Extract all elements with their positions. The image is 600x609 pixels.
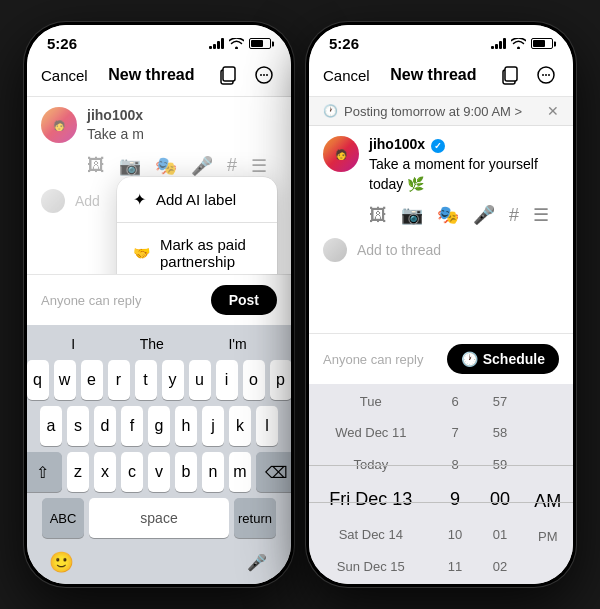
key-return[interactable]: return xyxy=(234,498,276,538)
key-u[interactable]: u xyxy=(189,360,211,400)
key-delete[interactable]: ⌫ xyxy=(256,452,291,492)
picker-ampm-col[interactable]: AM PM xyxy=(522,384,573,584)
paid-text: Mark as paid partnership xyxy=(160,236,261,270)
key-m[interactable]: m xyxy=(229,452,251,492)
key-abc[interactable]: ABC xyxy=(42,498,84,538)
paid-partnership-item[interactable]: 🤝 Mark as paid partnership xyxy=(117,223,277,274)
picker-min-59[interactable]: 59 xyxy=(478,449,523,481)
picker-day-sun[interactable]: Sun Dec 15 xyxy=(309,551,433,583)
battery-icon-1 xyxy=(249,38,271,49)
reply-placeholder-1: Anyone can reply xyxy=(41,293,141,308)
key-x[interactable]: x xyxy=(94,452,116,492)
hashtag-icon-2[interactable]: # xyxy=(509,205,519,226)
picker-hour-10[interactable]: 10 xyxy=(433,519,478,551)
username-2: jiho100x ✓ xyxy=(369,136,559,153)
key-y[interactable]: y xyxy=(162,360,184,400)
image-icon-2[interactable]: 🖼 xyxy=(369,205,387,226)
key-i[interactable]: i xyxy=(216,360,238,400)
picker-min-03[interactable]: 03 xyxy=(478,582,523,584)
schedule-button-label: Schedule xyxy=(483,351,545,367)
picker-hour-col[interactable]: 5 6 7 8 9 10 11 12 xyxy=(433,384,478,584)
nav-icons-2 xyxy=(497,62,559,88)
picker-day-fri[interactable]: Fri Dec 13 xyxy=(309,480,433,519)
key-k[interactable]: k xyxy=(229,406,251,446)
key-o[interactable]: o xyxy=(243,360,265,400)
cancel-button-1[interactable]: Cancel xyxy=(41,67,88,84)
schedule-banner[interactable]: 🕐 Posting tomorrow at 9:00 AM > ✕ xyxy=(309,97,573,126)
suggestion-3[interactable]: I'm xyxy=(220,334,254,354)
key-a[interactable]: a xyxy=(40,406,62,446)
mic-key-1[interactable]: 🎤 xyxy=(239,544,275,580)
ai-label-item[interactable]: ✦ Add AI label xyxy=(117,177,277,223)
key-z[interactable]: z xyxy=(67,452,89,492)
picker-hour-11[interactable]: 11 xyxy=(433,551,478,583)
keyboard-1[interactable]: I The I'm q w e r t y u i o p a xyxy=(27,325,291,584)
key-d[interactable]: d xyxy=(94,406,116,446)
key-space[interactable]: space xyxy=(89,498,229,538)
ai-label-icon: ✦ xyxy=(133,190,146,209)
more-options-icon-2[interactable]: ☰ xyxy=(533,204,549,226)
duplicate-icon-2[interactable] xyxy=(497,62,523,88)
picker-minute-col[interactable]: 55 57 58 59 00 01 02 03 xyxy=(478,384,523,584)
picker-day-mon2[interactable]: Mon Dec 16 xyxy=(309,582,433,584)
paid-icon: 🤝 xyxy=(133,245,150,261)
mic-icon-2[interactable]: 🎤 xyxy=(473,204,495,226)
more-icon-2[interactable] xyxy=(533,62,559,88)
picker-hour-6[interactable]: 6 xyxy=(433,386,478,418)
key-shift[interactable]: ⇧ xyxy=(27,452,62,492)
picker-pm[interactable]: PM xyxy=(522,521,573,553)
key-n[interactable]: n xyxy=(202,452,224,492)
picker-day-col[interactable]: Mon Tue Wed Dec 11 Today Fri Dec 13 Sat … xyxy=(309,384,433,584)
more-icon-1[interactable] xyxy=(251,62,277,88)
key-p[interactable]: p xyxy=(270,360,292,400)
key-w[interactable]: w xyxy=(54,360,76,400)
key-l[interactable]: l xyxy=(256,406,278,446)
picker-min-01[interactable]: 01 xyxy=(478,519,523,551)
key-q[interactable]: q xyxy=(27,360,49,400)
add-text-2[interactable]: Add to thread xyxy=(357,242,441,258)
key-g[interactable]: g xyxy=(148,406,170,446)
picker-hour-9[interactable]: 9 xyxy=(433,480,478,519)
date-picker[interactable]: Mon Tue Wed Dec 11 Today Fri Dec 13 Sat … xyxy=(309,384,573,584)
key-s[interactable]: s xyxy=(67,406,89,446)
toolbar-row-2: 🖼 📷 🎭 🎤 # ☰ xyxy=(309,200,573,230)
key-e[interactable]: e xyxy=(81,360,103,400)
cancel-button-2[interactable]: Cancel xyxy=(323,67,370,84)
gif-icon-2[interactable]: 🎭 xyxy=(437,204,459,226)
duplicate-icon-1[interactable] xyxy=(215,62,241,88)
key-c[interactable]: c xyxy=(121,452,143,492)
reply-bar-2: Anyone can reply 🕐 Schedule xyxy=(309,333,573,384)
picker-day-sat[interactable]: Sat Dec 14 xyxy=(309,519,433,551)
emoji-key-1[interactable]: 🙂 xyxy=(43,544,79,580)
key-f[interactable]: f xyxy=(121,406,143,446)
picker-am[interactable]: AM xyxy=(522,482,573,521)
picker-min-57[interactable]: 57 xyxy=(478,386,523,418)
phone-2: 5:26 xyxy=(306,22,576,587)
key-h[interactable]: h xyxy=(175,406,197,446)
post-text-2[interactable]: Take a moment for yourself today 🌿 xyxy=(369,155,559,194)
schedule-banner-text[interactable]: Posting tomorrow at 9:00 AM > xyxy=(344,104,522,119)
picker-day-tue[interactable]: Tue xyxy=(309,386,433,418)
camera-icon-2[interactable]: 📷 xyxy=(401,204,423,226)
picker-hour-12[interactable]: 12 xyxy=(433,582,478,584)
post-button-1[interactable]: Post xyxy=(211,285,277,315)
picker-min-58[interactable]: 58 xyxy=(478,417,523,449)
key-v[interactable]: v xyxy=(148,452,170,492)
close-banner-button[interactable]: ✕ xyxy=(547,103,559,119)
suggestion-1[interactable]: I xyxy=(63,334,83,354)
picker-hour-8[interactable]: 8 xyxy=(433,449,478,481)
key-j[interactable]: j xyxy=(202,406,224,446)
status-bar-1: 5:26 xyxy=(27,25,291,56)
picker-min-00[interactable]: 00 xyxy=(478,480,523,519)
picker-day-today[interactable]: Today xyxy=(309,449,433,481)
key-t[interactable]: t xyxy=(135,360,157,400)
picker-min-02[interactable]: 02 xyxy=(478,551,523,583)
picker-hour-7[interactable]: 7 xyxy=(433,417,478,449)
thread-area-2: 🧑 jiho100x ✓ Take a moment for yourself … xyxy=(309,126,573,333)
key-r[interactable]: r xyxy=(108,360,130,400)
key-b[interactable]: b xyxy=(175,452,197,492)
picker-day-wed[interactable]: Wed Dec 11 xyxy=(309,417,433,449)
schedule-button-2[interactable]: 🕐 Schedule xyxy=(447,344,559,374)
reply-placeholder-2: Anyone can reply xyxy=(323,352,423,367)
suggestion-2[interactable]: The xyxy=(132,334,172,354)
